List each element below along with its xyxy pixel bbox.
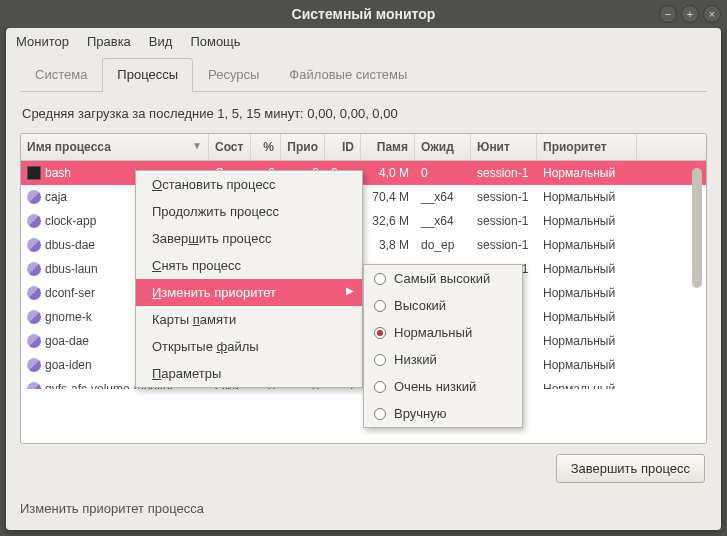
window-body: Монитор Правка Вид Помощь Система Процес…	[6, 28, 721, 530]
context-menu-item[interactable]: Изменить приоритет▶	[136, 279, 362, 306]
cell: do_ep	[415, 238, 471, 252]
tab-processes[interactable]: Процессы	[102, 58, 193, 92]
tab-filesystems[interactable]: Файловые системы	[274, 58, 422, 92]
cell: __x64	[415, 214, 471, 228]
priority-submenu: Самый высокийВысокийНормальныйНизкийОчен…	[363, 264, 523, 428]
priority-option[interactable]: Высокий	[364, 292, 522, 319]
table-row[interactable]: caja52170,4 М__x64session-1Нормальный	[21, 185, 706, 209]
titlebar: Системный монитор − + ×	[0, 0, 727, 28]
cell: __x64	[415, 190, 471, 204]
priority-option[interactable]: Очень низкий	[364, 373, 522, 400]
cell: Нормальный	[537, 262, 637, 276]
menu-view[interactable]: Вид	[149, 34, 173, 49]
window-title: Системный монитор	[0, 6, 727, 22]
tab-resources[interactable]: Ресурсы	[193, 58, 274, 92]
col-pct[interactable]: %	[251, 134, 281, 160]
cell: session-1	[471, 238, 537, 252]
cell: Нормальный	[537, 286, 637, 300]
context-menu-item[interactable]: Параметры	[136, 360, 362, 387]
radio-icon	[374, 327, 386, 339]
priority-option[interactable]: Нормальный	[364, 319, 522, 346]
maximize-button[interactable]: +	[681, 5, 699, 23]
gear-icon	[24, 214, 44, 229]
table-header: Имя процесса▼ Сост % Прио ID Памя Ожид Ю…	[21, 134, 706, 161]
col-unit[interactable]: Юнит	[471, 134, 537, 160]
context-menu-item[interactable]: Завершить процесс	[136, 225, 362, 252]
cell: Нормальный	[537, 190, 637, 204]
close-button[interactable]: ×	[703, 5, 721, 23]
sort-indicator-icon: ▼	[192, 140, 202, 151]
cell: session-1	[471, 214, 537, 228]
radio-icon	[374, 300, 386, 312]
col-state[interactable]: Сост	[209, 134, 251, 160]
tab-system[interactable]: Система	[20, 58, 102, 92]
cell: 32,6 М	[361, 214, 415, 228]
cell: Нормальный	[537, 358, 637, 372]
cell: Нормальный	[537, 166, 637, 180]
minimize-button[interactable]: −	[659, 5, 677, 23]
col-pri[interactable]: Прио	[281, 134, 325, 160]
gear-icon	[24, 358, 44, 373]
cell: Нормальный	[537, 214, 637, 228]
gear-icon	[24, 310, 44, 325]
content-area: Система Процессы Ресурсы Файловые систем…	[6, 55, 721, 493]
radio-icon	[374, 381, 386, 393]
col-id[interactable]: ID	[325, 134, 361, 160]
priority-label: Низкий	[394, 352, 437, 367]
context-menu-item[interactable]: Открытые файлы	[136, 333, 362, 360]
context-menu-item[interactable]: Остановить процесс	[136, 171, 362, 198]
cell: session-1	[471, 166, 537, 180]
context-menu-item[interactable]: Продолжить процесс	[136, 198, 362, 225]
cell: session-1	[471, 190, 537, 204]
priority-option[interactable]: Самый высокий	[364, 265, 522, 292]
cell: Нормальный	[537, 310, 637, 324]
menubar: Монитор Правка Вид Помощь	[6, 28, 721, 55]
load-average-text: Средняя загрузка за последние 1, 5, 15 м…	[22, 106, 705, 121]
priority-label: Высокий	[394, 298, 446, 313]
menu-monitor[interactable]: Монитор	[16, 34, 69, 49]
table-row[interactable]: dbus-dae2893,8 Мdo_epsession-1Нормальный	[21, 233, 706, 257]
menu-edit[interactable]: Правка	[87, 34, 131, 49]
gear-icon	[24, 334, 44, 349]
col-wait[interactable]: Ожид	[415, 134, 471, 160]
col-mem[interactable]: Памя	[361, 134, 415, 160]
cell: Нормальный	[537, 334, 637, 348]
cell: 70,4 М	[361, 190, 415, 204]
cell: Нормальный	[537, 382, 637, 389]
priority-label: Самый высокий	[394, 271, 490, 286]
cell: 0	[415, 166, 471, 180]
context-menu: Остановить процессПродолжить процессЗаве…	[135, 170, 363, 388]
terminal-icon	[27, 166, 41, 180]
radio-icon	[374, 408, 386, 420]
gear-icon	[24, 190, 44, 205]
submenu-arrow-icon: ▶	[346, 285, 354, 296]
tab-bar: Система Процессы Ресурсы Файловые систем…	[20, 57, 707, 92]
gear-icon	[24, 238, 44, 253]
priority-option[interactable]: Низкий	[364, 346, 522, 373]
gear-icon	[24, 382, 44, 389]
priority-option[interactable]: Вручную	[364, 400, 522, 427]
radio-icon	[374, 273, 386, 285]
context-menu-item[interactable]: Снять процесс	[136, 252, 362, 279]
priority-label: Очень низкий	[394, 379, 476, 394]
window-controls: − + ×	[659, 5, 721, 23]
cell: 4,0 М	[361, 166, 415, 180]
col-name[interactable]: Имя процесса▼	[21, 134, 209, 160]
end-process-button[interactable]: Завершить процесс	[556, 454, 705, 483]
process-table: Имя процесса▼ Сост % Прио ID Памя Ожид Ю…	[20, 133, 707, 444]
priority-label: Нормальный	[394, 325, 472, 340]
menu-help[interactable]: Помощь	[190, 34, 240, 49]
gear-icon	[24, 262, 44, 277]
cell: 3,8 М	[361, 238, 415, 252]
radio-icon	[374, 354, 386, 366]
context-menu-item[interactable]: Карты памяти	[136, 306, 362, 333]
table-row[interactable]: bashОжи0020724,0 М0session-1Нормальный	[21, 161, 706, 185]
col-prio[interactable]: Приоритет	[537, 134, 637, 160]
cell: Нормальный	[537, 238, 637, 252]
status-bar: Изменить приоритет процесса	[6, 493, 721, 530]
scrollbar[interactable]	[692, 168, 702, 288]
priority-label: Вручную	[394, 406, 446, 421]
table-row[interactable]: clock-app92432,6 М__x64session-1Нормальн…	[21, 209, 706, 233]
button-row: Завершить процесс	[20, 454, 705, 483]
gear-icon	[24, 286, 44, 301]
